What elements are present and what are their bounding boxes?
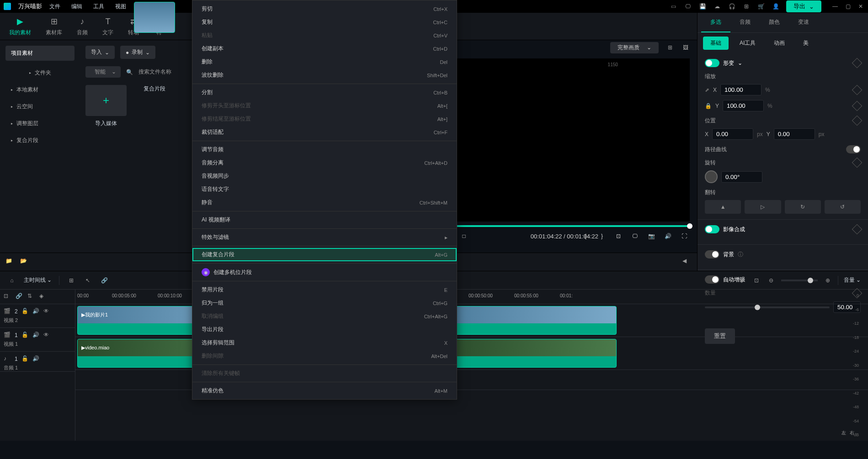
sidebar-item-compound[interactable]: 复合片段: [5, 132, 75, 149]
zoom-in-icon[interactable]: ⊕: [823, 276, 832, 285]
minimize-button[interactable]: —: [831, 3, 839, 10]
ctx-裁切适配[interactable]: 裁切适配Ctrl+F: [192, 126, 457, 139]
menu-tools[interactable]: 工具: [93, 3, 104, 11]
track-header-video2[interactable]: 🎬2 🔓 🔊 👁 视频 2: [0, 304, 75, 328]
snapshot-icon[interactable]: 🖼: [682, 43, 690, 52]
eye-icon[interactable]: 👁: [43, 332, 51, 339]
pos-x-input[interactable]: [712, 128, 753, 140]
flip-h-button[interactable]: ▲: [705, 200, 741, 214]
user-icon[interactable]: 👤: [772, 2, 780, 11]
mute-icon[interactable]: 🔊: [32, 332, 40, 339]
tab-multi[interactable]: 多选: [701, 13, 730, 32]
transform-toggle[interactable]: [705, 59, 719, 67]
ctx-调节音频[interactable]: 调节音频: [192, 143, 457, 156]
tab-stock[interactable]: ⊞ 素材库: [46, 16, 62, 37]
subtab-anim[interactable]: 动画: [767, 37, 792, 50]
cart-icon[interactable]: 🛒: [757, 2, 765, 11]
lock-icon[interactable]: 🔓: [21, 355, 29, 363]
ctx-导出片段[interactable]: 导出片段: [192, 323, 457, 336]
composite-toggle[interactable]: [705, 225, 719, 233]
headphones-icon[interactable]: 🎧: [728, 2, 736, 11]
tab-audio[interactable]: ♪ 音频: [77, 16, 88, 37]
sidebar-item-adjust[interactable]: 调整图层: [5, 115, 75, 132]
display-icon[interactable]: 🖵: [629, 231, 640, 242]
search-input[interactable]: 搜索文件名称: [138, 68, 171, 76]
ctx-精准仿色[interactable]: 精准仿色Alt+M: [192, 384, 457, 397]
ctx-音频分离[interactable]: 音频分离Ctrl+Alt+D: [192, 156, 457, 169]
ctx-删除[interactable]: 删除Del: [192, 55, 457, 69]
bracket-right-icon[interactable]: }: [596, 231, 607, 242]
ctx-归为一组[interactable]: 归为一组Ctrl+G: [192, 296, 457, 310]
collapse-icon[interactable]: ◀: [682, 258, 692, 267]
sidebar-folder[interactable]: 文件夹: [5, 64, 75, 81]
cursor-tool-icon[interactable]: ↖: [83, 276, 92, 285]
sync-icon[interactable]: ⇅: [27, 293, 36, 301]
monitor-icon[interactable]: 🖵: [684, 2, 692, 11]
close-button[interactable]: ✕: [857, 3, 864, 10]
subtab-beauty[interactable]: 美: [796, 37, 816, 50]
menu-view[interactable]: 视图: [115, 3, 126, 11]
apps-icon[interactable]: ⊞: [742, 2, 751, 11]
reset-icon[interactable]: [852, 100, 863, 111]
grid-icon[interactable]: ⊞: [666, 43, 674, 52]
lock-icon[interactable]: 🔓: [21, 332, 29, 339]
rotate-cw-button[interactable]: ↻: [785, 200, 821, 214]
import-button[interactable]: 导入 ⌄: [85, 46, 115, 59]
ctx-波纹删除[interactable]: 波纹删除Shift+Del: [192, 69, 457, 82]
track-header-audio1[interactable]: ♪1 🔓 🔊 音频 1: [0, 352, 75, 372]
mute-icon[interactable]: 🔊: [32, 308, 40, 315]
music-icon[interactable]: ♫: [723, 276, 732, 285]
magnet-icon[interactable]: ⊡: [4, 293, 12, 301]
background-toggle[interactable]: [705, 250, 719, 259]
sidebar-item-local[interactable]: 本地素材: [5, 81, 75, 98]
reset-icon[interactable]: [852, 58, 863, 69]
ctx-创建复合片段[interactable]: 创建复合片段Alt+G: [192, 248, 457, 261]
bracket-left-icon[interactable]: {: [580, 231, 591, 242]
subtab-ai[interactable]: AI工具: [732, 37, 763, 50]
pos-y-input[interactable]: [774, 128, 815, 140]
reset-icon[interactable]: [852, 224, 863, 235]
search-icon[interactable]: 🔍: [126, 69, 133, 75]
reset-icon[interactable]: [852, 84, 863, 95]
menu-file[interactable]: 文件: [49, 3, 60, 11]
maximize-button[interactable]: ▢: [844, 3, 852, 10]
enhance-toggle[interactable]: [705, 275, 719, 284]
zoom-out-icon[interactable]: ⊖: [767, 276, 776, 285]
mute-icon[interactable]: 🔊: [32, 355, 40, 363]
reset-icon[interactable]: [852, 158, 863, 168]
export-button[interactable]: 导出 ⌄: [786, 0, 821, 12]
media-clip[interactable]: 复合片段: [134, 85, 175, 127]
fullscreen-icon[interactable]: ⛶: [679, 231, 690, 242]
volume-dropdown[interactable]: 音量 ⌄: [844, 276, 861, 284]
sidebar-title[interactable]: 项目素材: [5, 46, 75, 61]
zoom-slider[interactable]: [781, 280, 818, 281]
tab-text[interactable]: T 文字: [102, 16, 113, 37]
sidebar-item-cloud[interactable]: 云空间: [5, 98, 75, 115]
smart-dropdown[interactable]: 智能 ⌄: [85, 66, 121, 78]
ctx-创建副本[interactable]: 创建副本Ctrl+D: [192, 42, 457, 55]
link-icon[interactable]: 🔗: [16, 293, 24, 301]
marker-icon[interactable]: ◈: [39, 293, 48, 301]
subtab-basic[interactable]: 基础: [703, 37, 729, 50]
ctx-分割[interactable]: 分割Ctrl+B: [192, 86, 457, 99]
scale-x-input[interactable]: [720, 84, 761, 95]
home-icon[interactable]: ⌂: [7, 276, 16, 285]
rotation-knob[interactable]: [705, 170, 718, 183]
menu-edit[interactable]: 编辑: [71, 3, 82, 11]
ctx-选择剪辑范围[interactable]: 选择剪辑范围X: [192, 336, 457, 349]
ctx-语音转文字[interactable]: 语音转文字: [192, 183, 457, 196]
path-toggle[interactable]: [846, 145, 861, 153]
tab-speed[interactable]: 变速: [789, 13, 818, 32]
record-button[interactable]: ● 录制 ⌄: [120, 46, 155, 59]
ctx-AI 视频翻译[interactable]: AI 视频翻译: [192, 213, 457, 227]
quality-select[interactable]: 完整画质 ⌄: [610, 42, 659, 53]
ctx-剪切[interactable]: 剪切Ctrl+X: [192, 2, 457, 16]
import-media-button[interactable]: + 导入媒体: [85, 85, 127, 127]
mark-icon[interactable]: ◈: [737, 276, 746, 285]
cloud-icon[interactable]: ☁: [713, 2, 721, 11]
stop-button[interactable]: □: [458, 231, 469, 242]
track-header-video1[interactable]: 🎬1 🔓 🔊 👁 视频 1: [0, 328, 75, 352]
clip-icon[interactable]: ⊡: [613, 231, 624, 242]
ctx-特效与滤镜[interactable]: 特效与滤镜▸: [192, 231, 457, 244]
timeline-select[interactable]: 主时间线 ⌄: [24, 276, 52, 284]
